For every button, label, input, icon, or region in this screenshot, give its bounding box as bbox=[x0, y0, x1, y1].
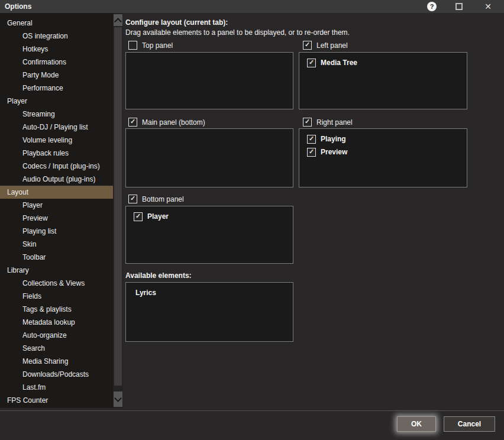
available-elements-box[interactable]: Lyrics bbox=[125, 282, 293, 342]
sidebar-item-label: Library bbox=[7, 266, 29, 274]
main-panel-dropzone[interactable] bbox=[125, 128, 293, 187]
sidebar-item-last-fm[interactable]: Last.fm bbox=[0, 381, 113, 394]
sidebar-item-label: Downloads/Podcasts bbox=[22, 370, 89, 378]
sidebar-item-library[interactable]: Library bbox=[0, 264, 113, 277]
right-panel-dropzone[interactable]: ✓ Playing ✓ Preview bbox=[299, 128, 467, 187]
sidebar-item-playback-rules[interactable]: Playback rules bbox=[0, 147, 113, 160]
sidebar-item-audio-output-plug-ins[interactable]: Audio Output (plug-ins) bbox=[0, 173, 113, 186]
sidebar-item-fields[interactable]: Fields bbox=[0, 290, 113, 303]
sidebar-item-confirmations[interactable]: Confirmations bbox=[0, 56, 113, 69]
footer-divider bbox=[0, 410, 504, 411]
sidebar-item-general[interactable]: General bbox=[0, 17, 113, 30]
sidebar-item-label: Metadata lookup bbox=[22, 318, 75, 326]
sidebar-item-label: FPS Counter bbox=[7, 396, 48, 405]
sidebar-item-hotkeys[interactable]: Hotkeys bbox=[0, 43, 113, 56]
sidebar-item-label: Volume leveling bbox=[22, 136, 72, 144]
sidebar-item-label: Tags & playlists bbox=[22, 305, 72, 313]
element-checkbox[interactable]: ✓ bbox=[307, 135, 316, 144]
sidebar-item-collections-views[interactable]: Collections & Views bbox=[0, 277, 113, 290]
sidebar-item-label: General bbox=[7, 19, 33, 27]
sidebar-item-auto-organize[interactable]: Auto-organize bbox=[0, 329, 113, 342]
sidebar-scrollbar[interactable] bbox=[113, 13, 123, 408]
panel-element-player[interactable]: ✓ Player bbox=[126, 210, 293, 223]
window-title: Options bbox=[5, 0, 31, 13]
page-title: Configure layout (current tab): bbox=[125, 18, 228, 27]
ok-button[interactable]: OK bbox=[397, 416, 436, 432]
sidebar-item-label: Player bbox=[22, 201, 43, 209]
sidebar-item-auto-dj-playing-list[interactable]: Auto-DJ / Playing list bbox=[0, 121, 113, 134]
bottom-panel-checkbox[interactable]: ✓ bbox=[128, 195, 137, 203]
element-checkbox[interactable]: ✓ bbox=[134, 212, 143, 221]
sidebar-item-volume-leveling[interactable]: Volume leveling bbox=[0, 134, 113, 147]
sidebar-item-downloads-podcasts[interactable]: Downloads/Podcasts bbox=[0, 368, 113, 381]
sidebar-item-label: Preview bbox=[22, 214, 48, 222]
sidebar-item-label: Confirmations bbox=[22, 58, 66, 66]
bottom-panel-dropzone[interactable]: ✓ Player bbox=[125, 206, 293, 264]
sidebar-item-layout[interactable]: Layout bbox=[0, 186, 113, 199]
check-icon: ✓ bbox=[308, 59, 315, 66]
cancel-button[interactable]: Cancel bbox=[444, 416, 495, 432]
sidebar-item-label: Search bbox=[22, 344, 45, 352]
main-panel-row: ✓ Main panel (bottom) bbox=[128, 118, 205, 127]
panel-element-label: Player bbox=[147, 212, 169, 221]
sidebar-item-performance[interactable]: Performance bbox=[0, 82, 113, 95]
top-panel-checkbox[interactable] bbox=[128, 41, 137, 50]
top-panel-row: Top panel bbox=[128, 41, 173, 50]
panel-element-label: Preview bbox=[321, 148, 347, 156]
main-panel-checkbox[interactable]: ✓ bbox=[128, 118, 137, 127]
sidebar-item-label: Media Sharing bbox=[22, 357, 68, 365]
sidebar-item-tags-playlists[interactable]: Tags & playlists bbox=[0, 303, 113, 316]
scroll-down-button[interactable] bbox=[114, 392, 122, 407]
panel-element-playing[interactable]: ✓ Playing bbox=[299, 132, 467, 145]
sidebar-item-label: Toolbar bbox=[22, 253, 46, 261]
sidebar-item-preview[interactable]: Preview bbox=[0, 212, 113, 225]
chevron-down-icon bbox=[114, 394, 122, 402]
sidebar-item-player[interactable]: Player bbox=[0, 199, 113, 212]
available-element-lyrics[interactable]: Lyrics bbox=[126, 286, 293, 299]
sidebar-item-search[interactable]: Search bbox=[0, 342, 113, 355]
sidebar-item-metadata-lookup[interactable]: Metadata lookup bbox=[0, 316, 113, 329]
sidebar-item-label: Auto-organize bbox=[22, 331, 67, 339]
sidebar-item-codecs-input-plug-ins[interactable]: Codecs / Input (plug-ins) bbox=[0, 160, 113, 173]
panel-element-label: Playing bbox=[321, 135, 346, 143]
top-panel-dropzone[interactable] bbox=[125, 52, 293, 109]
scrollbar-thumb[interactable] bbox=[114, 27, 122, 386]
sidebar-item-fps-counter[interactable]: FPS Counter bbox=[0, 394, 113, 407]
check-icon: ✓ bbox=[129, 195, 137, 202]
sidebar-item-player[interactable]: Player bbox=[0, 95, 113, 108]
left-panel-checkbox[interactable]: ✓ bbox=[303, 41, 312, 50]
sidebar-item-label: Player bbox=[7, 97, 27, 105]
available-elements-label: Available elements: bbox=[125, 271, 192, 280]
close-icon[interactable]: ✕ bbox=[482, 1, 494, 12]
right-panel-row: ✓ Right panel bbox=[303, 118, 353, 127]
panel-element-preview[interactable]: ✓ Preview bbox=[299, 145, 467, 158]
sidebar-item-party-mode[interactable]: Party Mode bbox=[0, 69, 113, 82]
check-icon: ✓ bbox=[308, 135, 315, 143]
check-icon: ✓ bbox=[129, 118, 137, 125]
element-checkbox[interactable]: ✓ bbox=[307, 59, 316, 67]
help-button[interactable]: ? bbox=[427, 2, 437, 11]
bottom-panel-row: ✓ Bottom panel bbox=[128, 195, 184, 203]
sidebar-item-toolbar[interactable]: Toolbar bbox=[0, 251, 113, 264]
check-icon bbox=[129, 41, 137, 48]
sidebar-item-skin[interactable]: Skin bbox=[0, 238, 113, 251]
sidebar-item-streaming[interactable]: Streaming bbox=[0, 108, 113, 121]
sidebar-item-label: Performance bbox=[22, 84, 63, 92]
check-icon: ✓ bbox=[134, 212, 142, 220]
check-icon: ✓ bbox=[308, 148, 315, 156]
sidebar-item-playing-list[interactable]: Playing list bbox=[0, 225, 113, 238]
scroll-up-button[interactable] bbox=[114, 14, 122, 26]
main-panel-label: Main panel (bottom) bbox=[142, 118, 205, 127]
sidebar-item-label: Fields bbox=[22, 292, 41, 300]
sidebar-item-media-sharing[interactable]: Media Sharing bbox=[0, 355, 113, 368]
element-checkbox[interactable]: ✓ bbox=[307, 148, 316, 157]
panel-element-label: Media Tree bbox=[321, 59, 357, 67]
maximize-icon[interactable] bbox=[455, 3, 463, 10]
bottom-panel-label: Bottom panel bbox=[142, 195, 184, 203]
left-panel-dropzone[interactable]: ✓ Media Tree bbox=[299, 52, 467, 109]
left-panel-label: Left panel bbox=[316, 41, 348, 50]
sidebar-item-os-integration[interactable]: OS integration bbox=[0, 30, 113, 43]
sidebar-item-label: Last.fm bbox=[22, 383, 46, 392]
panel-element-media-tree[interactable]: ✓ Media Tree bbox=[299, 56, 467, 69]
right-panel-checkbox[interactable]: ✓ bbox=[303, 118, 312, 127]
